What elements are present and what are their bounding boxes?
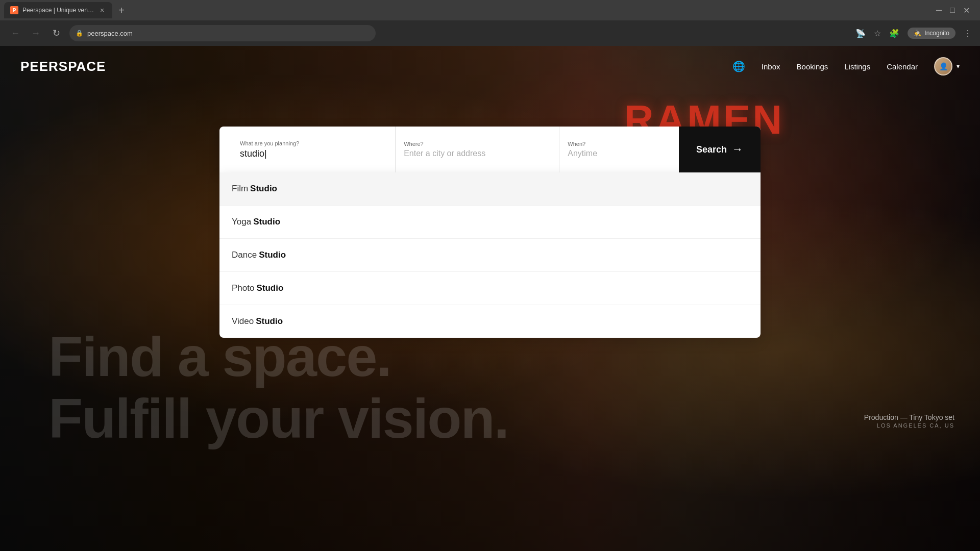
dropdown-prefix-2: Dance — [232, 250, 257, 260]
search-button-label: Search — [696, 144, 727, 155]
browser-actions: 📡 ☆ 🧩 🕵️ Incognito ⋮ — [855, 28, 972, 39]
user-menu-button[interactable]: 👤 ▾ — [934, 57, 960, 76]
close-button[interactable]: ✕ — [963, 6, 970, 15]
maximize-button[interactable]: □ — [950, 6, 955, 15]
dropdown-item-video-studio[interactable]: Video Studio — [219, 305, 761, 338]
incognito-label: Incognito — [924, 30, 949, 37]
avatar: 👤 — [934, 57, 952, 76]
dropdown-prefix-0: Film — [232, 184, 248, 194]
hero-line-2: Fulfill your vision. — [48, 387, 508, 449]
where-placeholder: Enter a city or address — [404, 149, 551, 158]
logo[interactable]: PEERSPACE — [20, 59, 106, 74]
tab-bar: P Peerspace | Unique venues for m... × +… — [0, 0, 980, 20]
calendar-link[interactable]: Calendar — [887, 62, 918, 71]
search-widget: What are you planning? studio Where? Ent… — [219, 127, 761, 338]
dropdown-prefix-3: Photo — [232, 283, 254, 293]
dropdown-bold-4: Studio — [256, 316, 283, 327]
inbox-link[interactable]: Inbox — [762, 62, 780, 71]
caption-title: Production — Tiny Tokyo set — [864, 413, 954, 421]
back-button[interactable]: ← — [8, 26, 22, 40]
dropdown-prefix-1: Yoga — [232, 217, 251, 227]
menu-button[interactable]: ⋮ — [964, 29, 972, 38]
address-field[interactable]: 🔒 peerspace.com — [69, 25, 376, 41]
cast-icon[interactable]: 📡 — [855, 29, 866, 38]
what-input[interactable]: studio — [240, 148, 387, 159]
url-text: peerspace.com — [87, 30, 133, 37]
incognito-icon: 🕵️ — [914, 30, 921, 37]
dropdown-item-yoga-studio[interactable]: Yoga Studio — [219, 206, 761, 239]
search-dropdown: Film Studio Yoga Studio Dance Studio Pho… — [219, 172, 761, 338]
when-label: When? — [568, 141, 671, 147]
where-field[interactable]: Where? Enter a city or address — [396, 127, 559, 172]
extension-icon[interactable]: 🧩 — [889, 29, 899, 38]
dropdown-item-dance-studio[interactable]: Dance Studio — [219, 239, 761, 272]
address-bar: ← → ↻ 🔒 peerspace.com 📡 ☆ 🧩 🕵️ Incognito… — [0, 20, 980, 46]
search-button[interactable]: Search → — [679, 127, 761, 172]
dropdown-bold-2: Studio — [259, 250, 286, 260]
lock-icon: 🔒 — [76, 30, 83, 37]
tab-close-button[interactable]: × — [98, 6, 106, 14]
when-field[interactable]: When? Anytime — [559, 127, 679, 172]
nav-links: 🌐 Inbox Bookings Listings Calendar 👤 ▾ — [732, 57, 960, 76]
bookings-link[interactable]: Bookings — [797, 62, 828, 71]
hero-text: Find a space. Fulfill your vision. — [48, 325, 508, 449]
what-label: What are you planning? — [240, 140, 387, 146]
bookmark-icon[interactable]: ☆ — [874, 29, 881, 38]
photo-caption: Production — Tiny Tokyo set LOS ANGELES … — [864, 413, 954, 429]
where-label: Where? — [404, 141, 551, 147]
dropdown-prefix-4: Video — [232, 316, 254, 327]
reload-button[interactable]: ↻ — [49, 26, 63, 40]
tab-title: Peerspace | Unique venues for m... — [22, 7, 94, 14]
dropdown-bold-1: Studio — [253, 217, 280, 227]
caption-location: LOS ANGELES CA, US — [864, 422, 954, 429]
what-field[interactable]: What are you planning? studio — [232, 127, 396, 172]
tab-favicon: P — [10, 6, 18, 14]
active-tab[interactable]: P Peerspace | Unique venues for m... × — [4, 2, 112, 18]
dropdown-item-film-studio[interactable]: Film Studio — [219, 172, 761, 206]
when-placeholder: Anytime — [568, 149, 671, 158]
dropdown-bold-3: Studio — [256, 283, 283, 293]
incognito-badge: 🕵️ Incognito — [908, 28, 955, 39]
language-icon[interactable]: 🌐 — [732, 60, 745, 72]
navbar: PEERSPACE 🌐 Inbox Bookings Listings Cale… — [0, 46, 980, 87]
search-bar: What are you planning? studio Where? Ent… — [219, 127, 761, 172]
window-controls: ─ □ ✕ — [936, 6, 976, 15]
dropdown-item-photo-studio[interactable]: Photo Studio — [219, 272, 761, 305]
browser-chrome: P Peerspace | Unique venues for m... × +… — [0, 0, 980, 46]
forward-button[interactable]: → — [29, 26, 43, 40]
listings-link[interactable]: Listings — [844, 62, 870, 71]
new-tab-button[interactable]: + — [114, 3, 129, 17]
arrow-right-icon: → — [732, 143, 743, 156]
chevron-down-icon: ▾ — [957, 63, 960, 70]
dropdown-bold-0: Studio — [250, 184, 277, 194]
minimize-button[interactable]: ─ — [936, 6, 942, 15]
